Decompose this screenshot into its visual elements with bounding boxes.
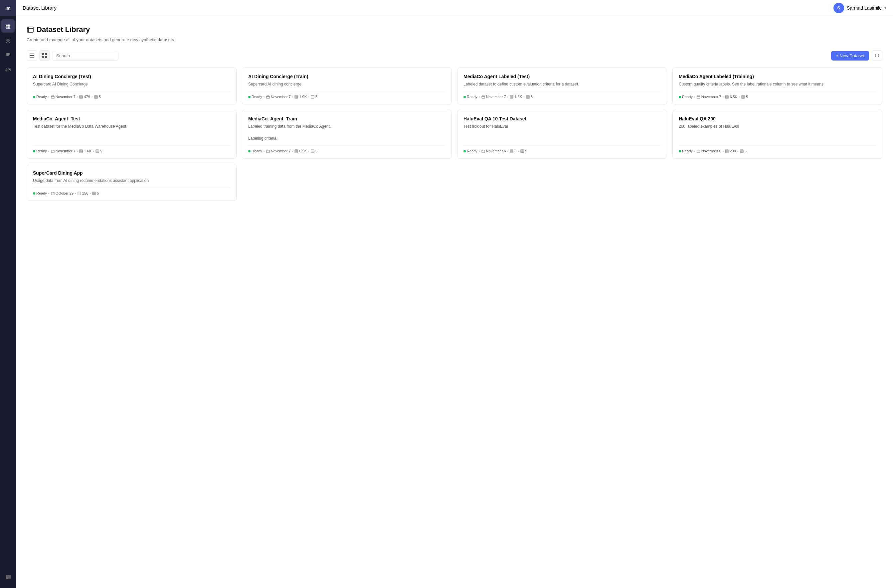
meta-sep: • — [507, 149, 509, 153]
status-item: Ready — [248, 95, 262, 99]
dataset-card[interactable]: MediaCo_Agent_Test Test dataset for the … — [27, 110, 236, 159]
svg-rect-13 — [51, 96, 54, 99]
cols-icon — [94, 95, 98, 99]
svg-rect-27 — [295, 96, 298, 99]
card-meta: Ready • November 7 • 1.6K — [33, 149, 230, 153]
card-meta: Ready • November 7 • 479 — [33, 95, 230, 99]
dataset-card[interactable]: MediaCo_Agent_Train Labeled training dat… — [242, 110, 452, 159]
cols-label: 5 — [531, 95, 533, 99]
card-desc: Supercard AI Dining Concierge — [33, 81, 230, 87]
rows-icon — [725, 149, 729, 153]
card-name: HaluEval QA 10 Test Dataset — [463, 116, 661, 122]
rows-label: 1.6K — [514, 95, 522, 99]
meta-sep: • — [308, 95, 310, 99]
svg-rect-73 — [482, 150, 485, 153]
sidebar-item-book[interactable] — [2, 570, 15, 584]
svg-rect-3 — [27, 27, 33, 32]
rows-icon — [510, 149, 513, 153]
meta-sep: • — [263, 95, 265, 99]
meta-sep: • — [48, 149, 50, 153]
new-dataset-button[interactable]: + New Dataset — [831, 51, 869, 60]
svg-rect-97 — [78, 192, 81, 195]
cols-label: 5 — [316, 149, 317, 153]
date-item: November 7 — [481, 95, 506, 99]
svg-rect-47 — [725, 96, 728, 99]
rows-label: 6.5K — [730, 95, 737, 99]
rows-label: 1.6K — [84, 149, 92, 153]
dataset-card[interactable]: HaluEval QA 10 Test Dataset Test holdout… — [457, 110, 667, 159]
rows-item: 256 — [78, 191, 88, 195]
dataset-card[interactable]: HaluEval QA 200 200 labeled examples of … — [672, 110, 882, 159]
date-item: November 6 — [697, 149, 721, 153]
sidebar-item-api[interactable]: API — [2, 63, 15, 76]
sidebar-item-datasets[interactable]: ▦ — [2, 19, 15, 33]
dataset-card[interactable]: MediaCo Agent Labeled (Test) Labeled dat… — [457, 68, 667, 104]
rows-item: 1.9K — [295, 95, 307, 99]
date-item: November 7 — [266, 95, 291, 99]
svg-rect-57 — [80, 150, 83, 153]
list-view-button[interactable] — [27, 50, 37, 61]
svg-rect-70 — [311, 150, 314, 153]
cols-label: 5 — [100, 149, 102, 153]
date-label: November 7 — [271, 95, 291, 99]
card-name: MediaCo_Agent_Test — [33, 116, 230, 122]
svg-rect-60 — [96, 150, 99, 153]
toolbar-left — [27, 50, 119, 61]
rows-item: 6.5K — [725, 95, 737, 99]
cols-icon — [741, 95, 745, 99]
cols-item: 5 — [94, 95, 101, 99]
page-subtitle: Create and manage all of your datasets a… — [27, 37, 882, 42]
svg-rect-87 — [725, 150, 728, 153]
header-right: S Sarmad Lastmile ▾ — [828, 3, 886, 13]
status-label: Ready — [251, 149, 262, 153]
card-desc: Test holdout for HaluEval — [463, 123, 661, 141]
card-name: SuperCard Dining App — [33, 170, 230, 176]
svg-rect-20 — [95, 96, 98, 99]
sidebar-item-models[interactable]: ◎ — [2, 34, 15, 47]
status-dot — [463, 150, 466, 152]
meta-sep: • — [479, 149, 480, 153]
rows-item: 1.6K — [510, 95, 522, 99]
date-item: October 29 — [51, 191, 74, 195]
search-input[interactable] — [52, 51, 119, 60]
svg-rect-43 — [697, 96, 700, 99]
card-name: MediaCo Agent Labeled (Test) — [463, 74, 661, 79]
meta-sep: • — [739, 95, 740, 99]
status-dot — [463, 96, 466, 98]
chevron-down-icon[interactable]: ▾ — [884, 6, 886, 10]
svg-rect-83 — [697, 150, 700, 153]
dataset-card[interactable]: MediaCo Agent Labeled (Training) Custom … — [672, 68, 882, 104]
avatar[interactable]: S — [833, 3, 844, 13]
dataset-card[interactable]: SuperCard Dining App Usage data from AI … — [27, 164, 236, 201]
app-logo[interactable]: lm — [0, 0, 16, 16]
cols-label: 5 — [525, 149, 527, 153]
dataset-card[interactable]: AI Dining Concierge (Train) Supercard AI… — [242, 68, 452, 104]
rows-label: 9 — [514, 149, 516, 153]
toolbar-right: + New Dataset — [831, 50, 882, 61]
cols-label: 5 — [97, 191, 99, 195]
rows-item: 479 — [79, 95, 90, 99]
svg-rect-40 — [526, 96, 529, 99]
status-dot — [248, 150, 251, 152]
svg-rect-100 — [93, 192, 95, 195]
date-item: November 7 — [697, 95, 721, 99]
dataset-card[interactable]: AI Dining Concierge (Test) Supercard AI … — [27, 68, 236, 104]
status-dot — [33, 192, 35, 195]
card-name: MediaCo_Agent_Train — [248, 116, 445, 122]
meta-sep: • — [48, 95, 50, 99]
grid-view-button[interactable] — [39, 50, 50, 61]
rows-icon — [725, 95, 729, 99]
card-divider — [248, 91, 445, 92]
card-meta: Ready • November 7 • 6.5K — [679, 95, 876, 99]
cols-label: 5 — [99, 95, 101, 99]
card-desc: Labeled training data from the MediaCo A… — [248, 123, 445, 141]
content-area: Dataset Library Create and manage all of… — [16, 16, 893, 588]
card-meta: Ready • November 7 • 6.5K — [248, 149, 445, 153]
sidebar-item-docs[interactable] — [2, 48, 15, 62]
calendar-icon — [697, 149, 701, 153]
code-button[interactable] — [872, 50, 882, 61]
status-dot — [248, 96, 251, 98]
meta-sep: • — [48, 191, 50, 195]
svg-rect-33 — [482, 96, 485, 99]
calendar-icon — [51, 149, 54, 153]
